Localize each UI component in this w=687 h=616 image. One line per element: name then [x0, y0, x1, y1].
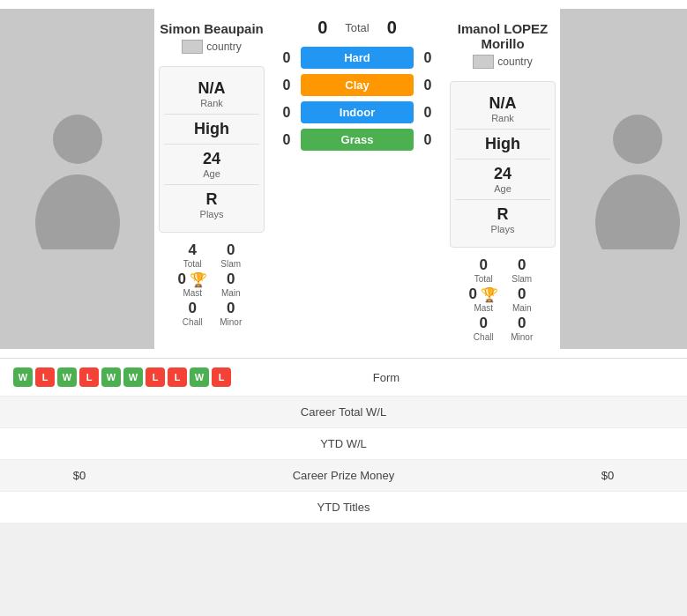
form-badges-left: WLWLWWLLWL [13, 367, 231, 387]
surface-score-right-2: 0 [419, 105, 437, 121]
left-minor-value: 0 [227, 300, 235, 317]
form-badge-4: W [101, 367, 121, 387]
left-slam-value: 0 [227, 241, 235, 259]
right-main-label: Main [512, 303, 532, 313]
right-slam-item: 0 Slam [507, 256, 536, 284]
left-main-value: 0 [227, 271, 235, 288]
prize-row: $0 Career Prize Money $0 [0, 460, 687, 492]
surface-row-1: 0 Clay 0 [278, 74, 437, 96]
left-stats-numbers: 4 Total 0 Slam 0 🏆 Mast 0 Main [178, 241, 246, 327]
prize-label: Career Prize Money [146, 469, 541, 482]
right-player-info: Imanol LOPEZ Morillo country N/A Rank Hi… [445, 9, 560, 349]
left-plays-label: Plays [164, 209, 259, 219]
right-minor-value: 0 [518, 315, 526, 332]
center-total-left: 0 [317, 18, 327, 38]
right-stats-numbers: 0 Total 0 Slam 0 🏆 Mast 0 Main [469, 256, 537, 342]
right-sub-info: N/A Rank High 24 Age R Plays [450, 81, 556, 248]
right-slam-value: 0 [518, 256, 526, 274]
left-main-label: Main [221, 288, 241, 298]
left-mast-item: 0 🏆 Mast [178, 271, 207, 298]
right-slam-label: Slam [512, 274, 532, 284]
left-slam-label: Slam [220, 259, 241, 269]
right-player-name: Imanol LOPEZ Morillo [450, 21, 556, 51]
right-total-label: Total [474, 274, 493, 284]
right-mast-label: Mast [474, 303, 493, 313]
svg-point-2 [613, 115, 662, 164]
left-minor-label: Minor [220, 317, 242, 327]
surface-row-2: 0 Indoor 0 [278, 101, 437, 123]
left-plays-item: R Plays [164, 185, 259, 225]
left-rank-item: N/A Rank [164, 74, 259, 115]
left-flag-img [182, 40, 203, 54]
right-chall-value: 0 [480, 315, 488, 332]
career-wl-label: Career Total W/L [146, 405, 541, 419]
right-country: country [473, 55, 532, 69]
form-badge-3: L [79, 367, 99, 387]
left-chall-label: Chall [183, 317, 203, 327]
main-container: Simon Beaupain country N/A Rank High 24 … [0, 0, 687, 523]
svg-point-1 [35, 174, 120, 249]
form-row: WLWLWWLLWL Form [0, 359, 687, 397]
right-age-value: 24 [455, 165, 550, 183]
ytd-wl-label: YTD W/L [146, 437, 541, 450]
left-mast-label: Mast [183, 288, 202, 298]
right-plays-item: R Plays [455, 200, 550, 240]
right-high-value: High [455, 135, 550, 153]
left-high-item: High [164, 115, 259, 145]
right-plays-value: R [455, 205, 550, 224]
right-main-value: 0 [518, 286, 526, 303]
left-age-item: 24 Age [164, 145, 259, 185]
center-total-label: Total [345, 21, 369, 34]
left-trophy-row: 0 🏆 [178, 271, 207, 288]
right-chall-label: Chall [474, 332, 494, 342]
right-rank-label: Rank [455, 113, 550, 123]
right-flag-img [473, 55, 494, 69]
form-badge-0: W [13, 367, 33, 387]
top-section: Simon Beaupain country N/A Rank High 24 … [0, 0, 687, 358]
form-badge-5: W [123, 367, 143, 387]
surface-score-right-3: 0 [419, 132, 437, 148]
center-total-right: 0 [387, 18, 397, 38]
left-age-value: 24 [164, 150, 259, 168]
form-badge-1: L [35, 367, 55, 387]
right-age-label: Age [455, 183, 550, 194]
right-chall-item: 0 Chall [469, 315, 498, 342]
right-total-item: 0 Total [469, 256, 498, 284]
left-plays-value: R [164, 190, 259, 209]
left-total-item: 4 Total [178, 241, 207, 269]
left-main-item: 0 Main [216, 271, 245, 298]
career-wl-row: Career Total W/L [0, 397, 687, 428]
right-rank-value: N/A [455, 94, 550, 113]
surface-score-right-0: 0 [419, 50, 437, 66]
svg-point-3 [595, 174, 680, 249]
ytd-titles-row: YTD Titles [0, 492, 687, 523]
surface-row-0: 0 Hard 0 [278, 47, 437, 69]
right-mast-value: 0 [469, 286, 477, 303]
surface-score-left-0: 0 [278, 50, 295, 66]
form-badge-8: W [190, 367, 209, 387]
prize-left: $0 [13, 469, 146, 482]
right-country-label: country [497, 56, 532, 68]
surface-rows: 0 Hard 0 0 Clay 0 0 Indoor 0 0 Grass 0 [269, 47, 445, 151]
form-badge-2: W [57, 367, 77, 387]
right-high-item: High [455, 130, 550, 160]
surface-score-left-2: 0 [278, 105, 295, 121]
stats-section: WLWLWWLLWL Form Career Total W/L YTD W/L… [0, 358, 687, 523]
left-trophy-icon: 🏆 [190, 271, 207, 288]
left-player-info: Simon Beaupain country N/A Rank High 24 … [154, 9, 269, 349]
right-mast-item: 0 🏆 Mast [469, 286, 498, 313]
center-column: 0 Total 0 0 Hard 0 0 Clay 0 0 Indoor 0 0… [269, 9, 445, 349]
left-total-label: Total [183, 259, 202, 269]
surface-score-right-1: 0 [419, 78, 437, 93]
left-sub-info: N/A Rank High 24 Age R Plays [159, 66, 265, 233]
right-total-value: 0 [480, 256, 488, 274]
left-rank-value: N/A [164, 79, 259, 98]
surface-badge-0: Hard [301, 47, 414, 69]
left-total-value: 4 [189, 241, 197, 259]
right-minor-label: Minor [511, 332, 533, 342]
left-age-label: Age [164, 168, 259, 179]
left-chall-item: 0 Chall [178, 300, 207, 327]
right-trophy-row: 0 🏆 [469, 286, 498, 303]
center-total-row: 0 Total 0 [317, 18, 397, 38]
right-minor-item: 0 Minor [507, 315, 536, 342]
